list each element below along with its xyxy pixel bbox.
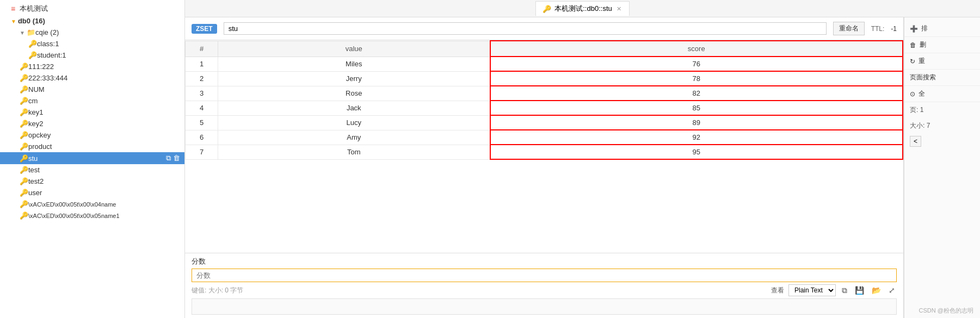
- sidebar-item-student1[interactable]: 🔑 student:1: [0, 49, 184, 61]
- sidebar-item-key2[interactable]: 🔑 key2: [0, 118, 184, 129]
- bottom-section: 分数 键值: 大小: 0 字节 查看 Plain Text ⧉ 💾 📂 ⤢: [185, 253, 903, 318]
- full-label: 全: [919, 89, 925, 98]
- cell-score: 95: [490, 145, 903, 159]
- key-label: key1: [28, 108, 43, 116]
- sidebar-item-test2[interactable]: 🔑 test2: [0, 176, 184, 187]
- sidebar-item-user[interactable]: 🔑 user: [0, 187, 184, 198]
- save-file-icon[interactable]: 💾: [853, 286, 866, 295]
- main-panel: 🔑 本机测试::db0::stu ✕ ZSET 重命名 TTL: -1 #: [185, 0, 980, 318]
- table-row[interactable]: 3 Rose 82: [186, 86, 903, 101]
- key-icon: 🔑: [28, 51, 37, 59]
- add-row-button[interactable]: ➕ 排: [904, 21, 980, 37]
- sidebar-item-local-test[interactable]: 本机测试: [0, 2, 184, 15]
- rename-button[interactable]: 重命名: [833, 22, 865, 35]
- cell-num: 6: [186, 130, 218, 145]
- key-icon: 🔑: [20, 154, 28, 163]
- content-area: ZSET 重命名 TTL: -1 # value score: [185, 17, 980, 318]
- cell-num: 5: [186, 115, 218, 130]
- table-row[interactable]: 4 Jack 85: [186, 101, 903, 115]
- cell-value: Jerry: [218, 71, 490, 86]
- folder-expand-icon: [20, 28, 27, 36]
- key-label: stu: [28, 154, 38, 163]
- sidebar-item-db0[interactable]: db0 (16): [0, 15, 184, 27]
- sidebar-item-product[interactable]: 🔑 product: [0, 141, 184, 152]
- key-label: test2: [28, 177, 44, 185]
- sidebar-item-test[interactable]: 🔑 test: [0, 164, 184, 176]
- key-icon: 🔑: [20, 120, 28, 128]
- sidebar-item-cqie[interactable]: 📁 cqie (2): [0, 27, 184, 38]
- key-label: 222:333:444: [28, 74, 67, 82]
- size-info: 大小: 7: [904, 118, 980, 134]
- sidebar-item-class1[interactable]: 🔑 class:1: [0, 38, 184, 49]
- tab-stu[interactable]: 🔑 本机测试::db0::stu ✕: [535, 1, 629, 16]
- field-input[interactable]: [192, 269, 897, 282]
- sidebar-item-NUM[interactable]: 🔑 NUM: [0, 84, 184, 95]
- table-row[interactable]: 6 Amy 92: [186, 130, 903, 145]
- sidebar: 本机测试 db0 (16) 📁 cqie (2) 🔑 class:1 🔑 stu…: [0, 0, 185, 318]
- footer-text: CSDN @粉色的志明: [919, 307, 973, 315]
- sidebar-item-111[interactable]: 🔑 111:222: [0, 61, 184, 72]
- right-panel: ➕ 排 🗑 删 ↻ 重 页面搜索 ⊙ 全 页: 1 大: [904, 17, 980, 318]
- copy-value-icon[interactable]: ⧉: [840, 286, 849, 295]
- cell-score: 82: [490, 86, 903, 101]
- col-header-num: #: [186, 41, 218, 57]
- key-label: key2: [28, 120, 43, 128]
- server-icon: [11, 4, 17, 13]
- table-row[interactable]: 7 Tom 95: [186, 145, 903, 159]
- key-icon: 🔑: [20, 97, 28, 105]
- delete-icon[interactable]: 🗑: [173, 154, 180, 163]
- key-label: NUM: [28, 85, 45, 93]
- cell-num: 4: [186, 101, 218, 115]
- sidebar-item-xAC2[interactable]: 🔑 \xAC\xED\x00\x05t\x00\x05name1: [0, 210, 184, 221]
- page-label: 页:: [910, 106, 918, 114]
- data-table: # value score 1 Miles 76 2 Jerry 78 3 Ro…: [185, 40, 903, 160]
- cell-num: 3: [186, 86, 218, 101]
- sidebar-item-label: 本机测试: [20, 4, 48, 14]
- sidebar-item-xAC1[interactable]: 🔑 \xAC\xED\x00\x05t\x00\x04name: [0, 198, 184, 210]
- key-label: user: [28, 189, 42, 197]
- sidebar-item-key1[interactable]: 🔑 key1: [0, 107, 184, 118]
- key-icon: 🔑: [20, 211, 28, 220]
- col-header-value: value: [218, 41, 490, 57]
- cell-score: 89: [490, 115, 903, 130]
- table-row[interactable]: 2 Jerry 78: [186, 71, 903, 86]
- plain-text-select[interactable]: Plain Text: [788, 284, 836, 296]
- load-file-icon[interactable]: 📂: [870, 286, 883, 295]
- cell-score: 92: [490, 130, 903, 145]
- delete-icon-btn: 🗑: [910, 41, 916, 49]
- expand-icon: [11, 17, 18, 25]
- key-size-row: 键值: 大小: 0 字节 查看 Plain Text ⧉ 💾 📂 ⤢: [192, 282, 897, 298]
- value-content-area: [192, 298, 897, 315]
- refresh-icon: ↻: [910, 58, 915, 65]
- key-name-input[interactable]: [224, 22, 827, 35]
- add-label: 排: [921, 24, 928, 33]
- cell-value: Jack: [218, 101, 490, 115]
- cell-num: 1: [186, 57, 218, 71]
- key-icon: 🔑: [20, 200, 28, 208]
- sidebar-item-stu[interactable]: 🔑 stu ⧉ 🗑: [0, 152, 184, 164]
- refresh-button[interactable]: ↻ 重: [904, 53, 980, 70]
- refresh-label: 重: [919, 57, 925, 66]
- copy-icon[interactable]: ⧉: [166, 154, 171, 163]
- table-row[interactable]: 1 Miles 76: [186, 57, 903, 71]
- page-info: 页: 1: [904, 102, 980, 118]
- tab-close-button[interactable]: ✕: [615, 5, 622, 13]
- sidebar-item-cm[interactable]: 🔑 cm: [0, 95, 184, 107]
- full-button[interactable]: ⊙ 全: [904, 86, 980, 102]
- table-row[interactable]: 5 Lucy 89: [186, 115, 903, 130]
- key-label: product: [28, 142, 52, 151]
- field-label: 分数: [192, 257, 897, 266]
- add-icon: ➕: [910, 25, 918, 33]
- db0-label: db0 (16): [18, 17, 45, 25]
- key-icon: 🔑: [20, 177, 28, 185]
- cell-value: Amy: [218, 130, 490, 145]
- sidebar-item-opckey[interactable]: 🔑 opckey: [0, 129, 184, 141]
- key-label: 111:222: [28, 63, 54, 71]
- expand-icon[interactable]: ⤢: [887, 286, 897, 295]
- full-icon: ⊙: [910, 90, 915, 98]
- prev-page-button[interactable]: <: [910, 136, 921, 147]
- size-label: 大小:: [910, 122, 924, 129]
- delete-row-button[interactable]: 🗑 删: [904, 37, 980, 53]
- sidebar-item-222[interactable]: 🔑 222:333:444: [0, 72, 184, 84]
- page-search-button[interactable]: 页面搜索: [904, 70, 980, 86]
